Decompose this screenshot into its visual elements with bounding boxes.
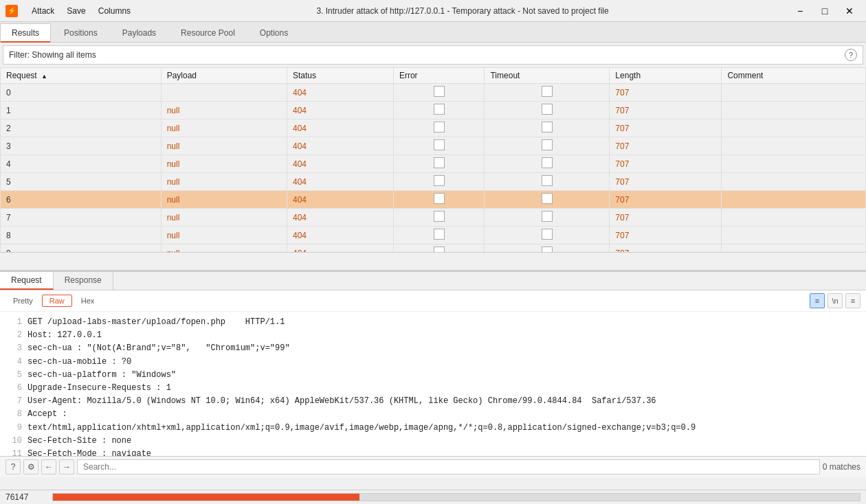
checkbox[interactable] bbox=[542, 229, 553, 240]
fmt-hex[interactable]: Hex bbox=[74, 295, 102, 307]
col-length[interactable]: Length bbox=[610, 68, 722, 84]
col-error[interactable]: Error bbox=[393, 68, 485, 84]
help-bottom-button[interactable]: ? bbox=[5, 459, 21, 474]
more-button[interactable]: ≡ bbox=[845, 293, 861, 308]
help-button[interactable]: ? bbox=[845, 49, 857, 61]
menu-save[interactable]: Save bbox=[61, 5, 91, 17]
status-bar: 76147 bbox=[0, 490, 866, 504]
checkbox[interactable] bbox=[434, 139, 445, 150]
maximize-button[interactable]: □ bbox=[814, 3, 836, 19]
table-cell bbox=[722, 119, 866, 137]
tab-results[interactable]: Results bbox=[0, 23, 51, 42]
table-row[interactable]: 7null404707 bbox=[1, 209, 866, 227]
next-button[interactable]: → bbox=[59, 459, 74, 474]
table-cell: null bbox=[161, 137, 287, 155]
line-number: 7 bbox=[8, 395, 22, 408]
word-wrap-button[interactable]: ≡ bbox=[810, 293, 825, 308]
table-row[interactable]: 0404707 bbox=[1, 84, 866, 102]
table-cell: 0 bbox=[1, 84, 162, 102]
table-row[interactable]: 5null404707 bbox=[1, 173, 866, 191]
checkbox[interactable] bbox=[542, 86, 553, 97]
checkbox[interactable] bbox=[434, 193, 445, 204]
checkbox[interactable] bbox=[542, 175, 553, 186]
code-line: 9text/html,application/xhtml+xml,applica… bbox=[8, 422, 858, 435]
code-line: 4sec-ch-ua-mobile : ?0 bbox=[8, 356, 858, 369]
table-row[interactable]: 6null404707 bbox=[1, 191, 866, 209]
table-row[interactable]: 1null404707 bbox=[1, 102, 866, 119]
checkbox[interactable] bbox=[542, 104, 553, 115]
results-table-container[interactable]: Request ▲ Payload Status Error Timeout L… bbox=[0, 67, 866, 253]
line-content: sec-ch-ua-mobile : ?0 bbox=[27, 356, 131, 369]
col-status[interactable]: Status bbox=[287, 68, 393, 84]
tab-response[interactable]: Response bbox=[54, 272, 113, 290]
menu-columns[interactable]: Columns bbox=[93, 5, 136, 17]
tab-options[interactable]: Options bbox=[248, 23, 300, 42]
table-row[interactable]: 8null404707 bbox=[1, 227, 866, 244]
table-cell bbox=[393, 84, 485, 102]
checkbox[interactable] bbox=[434, 86, 445, 97]
table-cell: 707 bbox=[610, 137, 722, 155]
col-comment[interactable]: Comment bbox=[722, 68, 866, 84]
menu-attack[interactable]: Attack bbox=[26, 5, 60, 17]
table-cell: 707 bbox=[610, 209, 722, 227]
table-cell bbox=[722, 227, 866, 244]
code-line: 1GET /upload-labs-master/upload/fopen.ph… bbox=[8, 316, 858, 329]
code-line: 11Sec-Fetch-Mode : navigate bbox=[8, 448, 858, 456]
table-cell: 707 bbox=[610, 173, 722, 191]
checkbox[interactable] bbox=[434, 175, 445, 186]
tab-resource-pool[interactable]: Resource Pool bbox=[169, 23, 247, 42]
table-row[interactable]: 4null404707 bbox=[1, 155, 866, 173]
col-request[interactable]: Request ▲ bbox=[1, 68, 162, 84]
settings-button[interactable]: ⚙ bbox=[23, 459, 38, 474]
line-number: 9 bbox=[8, 422, 22, 435]
table-cell: 707 bbox=[610, 102, 722, 119]
checkbox[interactable] bbox=[542, 122, 553, 133]
checkbox[interactable] bbox=[434, 104, 445, 115]
upper-section: Results Positions Payloads Resource Pool… bbox=[0, 22, 866, 270]
newline-button[interactable]: \n bbox=[828, 293, 843, 308]
table-cell: 9 bbox=[1, 244, 162, 253]
fmt-pretty[interactable]: Pretty bbox=[5, 295, 41, 307]
checkbox[interactable] bbox=[434, 122, 445, 133]
format-tabs-right: ≡ \n ≡ bbox=[810, 293, 861, 308]
table-cell: 707 bbox=[610, 84, 722, 102]
app-icon: ⚡ bbox=[5, 5, 18, 17]
close-button[interactable]: ✕ bbox=[839, 3, 861, 19]
tab-payloads[interactable]: Payloads bbox=[111, 23, 168, 42]
table-cell bbox=[485, 173, 610, 191]
table-row[interactable]: 2null404707 bbox=[1, 119, 866, 137]
line-number: 3 bbox=[8, 342, 22, 355]
col-timeout[interactable]: Timeout bbox=[485, 68, 610, 84]
line-content: Upgrade-Insecure-Requests : 1 bbox=[27, 382, 171, 395]
filter-bar[interactable]: Filter: Showing all items ? bbox=[3, 45, 863, 65]
line-content: User-Agent: Mozilla/5.0 (Windows NT 10.0… bbox=[27, 395, 656, 408]
checkbox[interactable] bbox=[434, 229, 445, 240]
checkbox[interactable] bbox=[542, 211, 553, 222]
fmt-raw[interactable]: Raw bbox=[42, 295, 72, 307]
tab-positions[interactable]: Positions bbox=[52, 23, 109, 42]
minimize-button[interactable]: − bbox=[789, 3, 811, 19]
prev-button[interactable]: ← bbox=[41, 459, 56, 474]
format-tabs-bar: Pretty Raw Hex ≡ \n ≡ bbox=[0, 290, 866, 312]
lower-section: Request Response Pretty Raw Hex ≡ \n ≡ 1… bbox=[0, 270, 866, 490]
table-cell: 707 bbox=[610, 244, 722, 253]
line-content: Sec-Fetch-Mode : navigate bbox=[27, 448, 151, 456]
col-payload[interactable]: Payload bbox=[161, 68, 287, 84]
table-row[interactable]: 3null404707 bbox=[1, 137, 866, 155]
search-input[interactable] bbox=[77, 459, 820, 474]
table-cell: 404 bbox=[287, 244, 393, 253]
checkbox[interactable] bbox=[542, 193, 553, 204]
checkbox[interactable] bbox=[434, 157, 445, 168]
checkbox[interactable] bbox=[542, 247, 553, 253]
checkbox[interactable] bbox=[434, 211, 445, 222]
checkbox[interactable] bbox=[542, 157, 553, 168]
code-content[interactable]: 1GET /upload-labs-master/upload/fopen.ph… bbox=[0, 312, 866, 456]
table-cell: 707 bbox=[610, 191, 722, 209]
checkbox[interactable] bbox=[542, 139, 553, 150]
table-cell bbox=[485, 137, 610, 155]
table-row[interactable]: 9null404707 bbox=[1, 244, 866, 253]
tab-request[interactable]: Request bbox=[0, 272, 54, 290]
table-cell bbox=[485, 227, 610, 244]
checkbox[interactable] bbox=[434, 247, 445, 253]
line-number: 5 bbox=[8, 369, 22, 382]
